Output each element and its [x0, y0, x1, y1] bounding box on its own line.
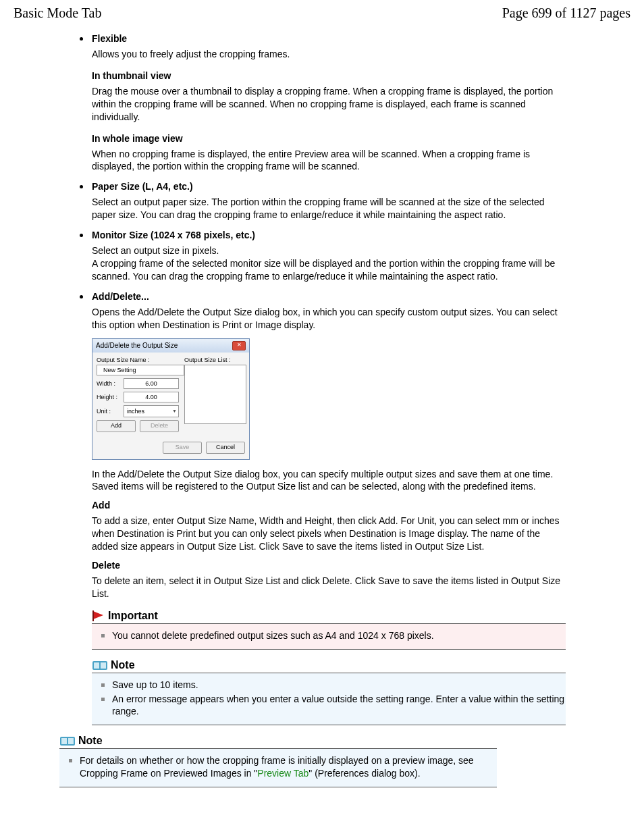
svg-rect-6 [61, 738, 67, 744]
svg-rect-3 [94, 662, 99, 669]
book-icon [92, 659, 108, 671]
whole-view-head: In whole image view [92, 133, 566, 144]
dialog-delete-button[interactable]: Delete [140, 420, 179, 432]
height-input[interactable]: 4.00 [124, 392, 179, 402]
height-label: Height : [97, 394, 121, 400]
note-callout-1: Note Save up to 10 items. An error messa… [92, 659, 566, 726]
svg-marker-0 [93, 611, 103, 619]
name-label: Output Size Name : [97, 357, 179, 363]
svg-rect-1 [92, 610, 94, 621]
flexible-title: Flexible [92, 33, 566, 44]
item-monitor-size: Monitor Size (1024 x 768 pixels, etc.) S… [80, 230, 566, 283]
after-dialog-text: In the Add/Delete the Output Size dialog… [92, 468, 566, 494]
item-flexible: Flexible Allows you to freely adjust the… [80, 33, 566, 173]
monitor-body2: A cropping frame of the selected monitor… [92, 257, 566, 283]
output-size-dialog: Add/Delete the Output Size ✕ Output Size… [92, 338, 250, 460]
thumb-view-body: Drag the mouse over a thumbnail to displ… [92, 85, 566, 124]
important-item: You cannot delete predefined output size… [92, 629, 566, 642]
book-icon [59, 735, 76, 747]
delete-head: Delete [92, 560, 566, 571]
note1-item1: Save up to 10 items. [92, 679, 566, 692]
dialog-save-button[interactable]: Save [163, 442, 202, 454]
important-callout: Important You cannot delete predefined o… [92, 610, 566, 650]
preview-tab-link[interactable]: Preview Tab [257, 768, 308, 779]
add-body: To add a size, enter Output Size Name, W… [92, 515, 566, 553]
width-input[interactable]: 6.00 [124, 378, 179, 389]
monitor-body1: Select an output size in pixels. [92, 244, 566, 257]
note2-item: For details on whether or how the croppi… [59, 754, 497, 780]
unit-select[interactable]: inches ▼ [124, 405, 179, 417]
monitor-title: Monitor Size (1024 x 768 pixels, etc.) [92, 230, 566, 240]
chevron-down-icon: ▼ [172, 409, 177, 413]
list-label: Output Size List : [184, 357, 245, 363]
note2-post: " (Preferences dialog box). [308, 768, 420, 779]
flag-icon [92, 610, 105, 622]
name-input[interactable]: New Setting [97, 365, 184, 375]
whole-view-body: When no cropping frame is displayed, the… [92, 148, 566, 174]
note1-item2: An error message appears when you enter … [92, 693, 566, 719]
add-head: Add [92, 500, 566, 511]
flexible-desc: Allows you to freely adjust the cropping… [92, 48, 566, 61]
dialog-add-button[interactable]: Add [97, 420, 136, 432]
dialog-title-text: Add/Delete the Output Size [96, 342, 178, 349]
width-label: Width : [97, 380, 121, 387]
note-callout-2: Note For details on whether or how the c… [59, 735, 497, 787]
item-add-delete: Add/Delete... Opens the Add/Delete the O… [80, 291, 566, 726]
svg-rect-7 [68, 738, 74, 744]
unit-value: inches [127, 408, 144, 415]
dialog-titlebar: Add/Delete the Output Size ✕ [92, 339, 249, 353]
page-title: Basic Mode Tab [14, 5, 101, 21]
dialog-cancel-button[interactable]: Cancel [206, 442, 245, 454]
adddelete-title: Add/Delete... [92, 291, 566, 302]
page-header: Basic Mode Tab Page 699 of 1127 pages [14, 5, 630, 21]
adddelete-intro: Opens the Add/Delete the Output Size dia… [92, 306, 566, 332]
important-title: Important [108, 610, 158, 622]
note2-title: Note [78, 735, 103, 747]
svg-rect-4 [101, 662, 106, 669]
page-number: Page 699 of 1127 pages [502, 5, 630, 21]
paper-body: Select an output paper size. The portion… [92, 196, 566, 221]
unit-label: Unit : [97, 408, 121, 415]
thumb-view-head: In thumbnail view [92, 70, 566, 81]
dialog-close-button[interactable]: ✕ [232, 341, 246, 350]
note1-title: Note [111, 659, 135, 671]
delete-body: To delete an item, select it in Output S… [92, 575, 566, 600]
output-size-listbox[interactable] [184, 365, 246, 424]
paper-title: Paper Size (L, A4, etc.) [92, 181, 566, 192]
item-paper-size: Paper Size (L, A4, etc.) Select an outpu… [80, 181, 566, 221]
